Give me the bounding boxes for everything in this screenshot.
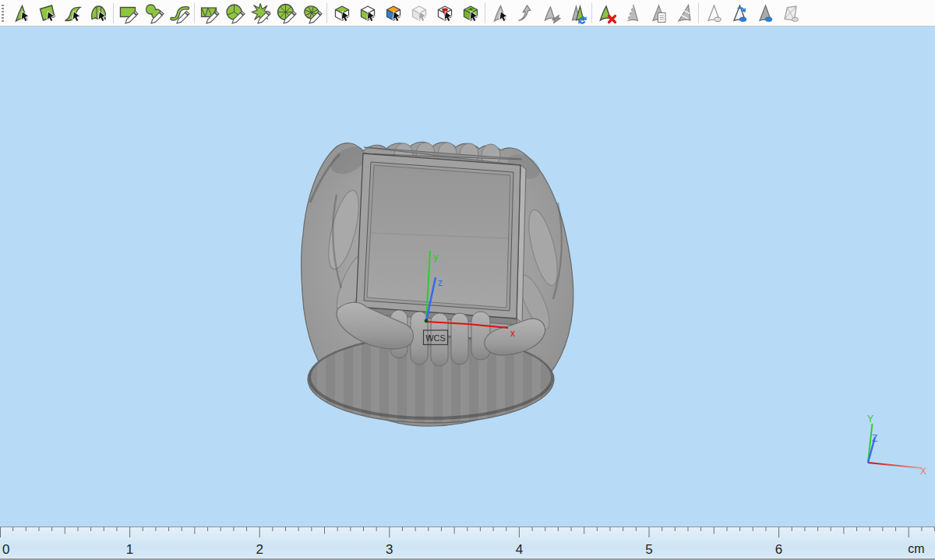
pointer-delete-button[interactable] xyxy=(595,2,619,25)
select-shell-button[interactable] xyxy=(87,2,111,25)
wcs-origin-point xyxy=(425,319,429,323)
ruler-label-0: 0 xyxy=(2,542,9,557)
select-curve-icon xyxy=(62,2,84,24)
create-rectangle-icon xyxy=(118,2,139,24)
mesh-disc-icon xyxy=(276,2,298,24)
pointer-duplicate-gray-icon xyxy=(541,2,563,24)
cube-front-green-button[interactable] xyxy=(356,2,379,25)
pointer-gray-icon xyxy=(489,2,511,24)
cube-multicolor-icon xyxy=(383,2,404,24)
create-rectangle-button[interactable] xyxy=(117,2,140,25)
triangle-hatched-icon xyxy=(673,2,695,24)
select-shell-icon xyxy=(88,2,110,24)
create-blob-button[interactable] xyxy=(143,2,166,25)
triangle-report-button[interactable] xyxy=(647,2,670,25)
ruler-scale: 0123456cm xyxy=(0,527,935,559)
ruler-label-4: 4 xyxy=(516,542,523,557)
triangle-sync-visibility-button[interactable] xyxy=(728,2,751,25)
3d-viewport[interactable]: y z x WCS Y Z X xyxy=(0,26,935,527)
mesh-star-button[interactable] xyxy=(249,2,273,25)
ruler-label-5: 5 xyxy=(645,542,652,557)
cube-ghost-icon xyxy=(408,2,430,24)
create-curve-button[interactable] xyxy=(168,2,192,25)
ruler-label-6: 6 xyxy=(775,542,782,557)
cube-top-green-icon xyxy=(331,2,353,24)
mesh-pie-button[interactable] xyxy=(224,2,247,25)
mesh-disc-tilted-icon xyxy=(302,2,323,24)
wcs-z-axis-label: z xyxy=(438,277,443,288)
ruler-ticks xyxy=(1,527,935,537)
mesh-plane-button[interactable] xyxy=(198,2,221,25)
toolbar-group xyxy=(196,2,325,25)
cube-multicolor-button[interactable] xyxy=(382,2,405,25)
select-curve-button[interactable] xyxy=(62,2,85,25)
pointer-bent-gray-button[interactable] xyxy=(514,2,538,25)
triangle-dashed-icon xyxy=(622,2,644,24)
cube-top-green-button[interactable] xyxy=(330,2,354,25)
toolbar-separator xyxy=(591,3,592,23)
cube-red-probe-button[interactable] xyxy=(433,2,457,25)
plane-wire-visibility-button[interactable] xyxy=(779,2,803,25)
bezel-plate xyxy=(355,147,526,325)
cube-green-arrow-button[interactable] xyxy=(459,2,482,25)
toolbar-group xyxy=(9,2,111,25)
toolbar-separator xyxy=(194,3,195,23)
cube-green-arrow-icon xyxy=(460,2,482,24)
triangles-sync-icon xyxy=(566,2,588,24)
toolbar-group xyxy=(487,2,590,25)
ruler-unit-label: cm xyxy=(908,542,924,555)
select-pointer-button[interactable] xyxy=(10,2,34,25)
toolbar-group xyxy=(700,2,803,25)
toolbar-group xyxy=(594,2,697,25)
triangle-sync-visibility-icon xyxy=(729,2,750,24)
mesh-star-icon xyxy=(250,2,272,24)
pointer-bent-gray-icon xyxy=(515,2,537,24)
mesh-pie-icon xyxy=(224,2,246,24)
corner-x-axis-label: X xyxy=(920,466,926,477)
create-curve-icon xyxy=(169,2,191,24)
triangles-sync-button[interactable] xyxy=(566,2,589,25)
main-toolbar xyxy=(0,0,935,26)
corner-y-axis-label: Y xyxy=(867,414,873,424)
toolbar-separator xyxy=(485,3,485,23)
cad-application-window: y z x WCS Y Z X 0123456cm xyxy=(0,0,935,560)
select-pointer-icon xyxy=(11,2,33,24)
select-surface-icon xyxy=(37,2,58,24)
select-surface-button[interactable] xyxy=(36,2,59,25)
create-blob-icon xyxy=(143,2,165,24)
pointer-duplicate-gray-button[interactable] xyxy=(540,2,563,25)
plane-wire-visibility-icon xyxy=(780,2,802,24)
ruler-label-2: 2 xyxy=(256,542,263,557)
toolbar-separator xyxy=(326,3,327,23)
ruler-label-3: 3 xyxy=(386,542,393,557)
triangle-report-icon xyxy=(647,2,669,24)
mesh-plane-icon xyxy=(199,2,221,24)
corner-z-axis-label: Z xyxy=(872,433,877,444)
triangle-show-button[interactable] xyxy=(753,2,777,25)
mesh-disc-button[interactable] xyxy=(275,2,298,25)
toolbar-group xyxy=(329,2,483,25)
triangle-dashed-button[interactable] xyxy=(621,2,644,25)
mesh-disc-tilted-button[interactable] xyxy=(301,2,324,25)
wcs-label: WCS xyxy=(425,333,446,343)
corner-axis-indicator: Y Z X xyxy=(867,414,926,477)
ruler-label-1: 1 xyxy=(126,542,133,557)
cube-front-green-icon xyxy=(357,2,379,24)
viewport-canvas: y z x WCS Y Z X xyxy=(0,26,935,527)
toolbar-separator xyxy=(113,3,114,23)
cube-red-probe-icon xyxy=(434,2,456,24)
triangle-hide-button[interactable] xyxy=(702,2,725,25)
toolbar-separator xyxy=(698,3,699,23)
triangle-hide-icon xyxy=(703,2,725,24)
horizontal-ruler: 0123456cm xyxy=(0,527,935,560)
pointer-gray-button[interactable] xyxy=(489,2,512,25)
pointer-delete-icon xyxy=(596,2,618,24)
toolbar-group xyxy=(115,2,192,25)
toolbar-drag-handle[interactable] xyxy=(2,5,4,22)
wcs-x-axis-label: x xyxy=(510,328,515,339)
triangle-hatched-button[interactable] xyxy=(672,2,696,25)
cube-ghost-button[interactable] xyxy=(408,2,431,25)
triangle-show-icon xyxy=(754,2,776,24)
wcs-y-axis-label: y xyxy=(433,251,439,262)
